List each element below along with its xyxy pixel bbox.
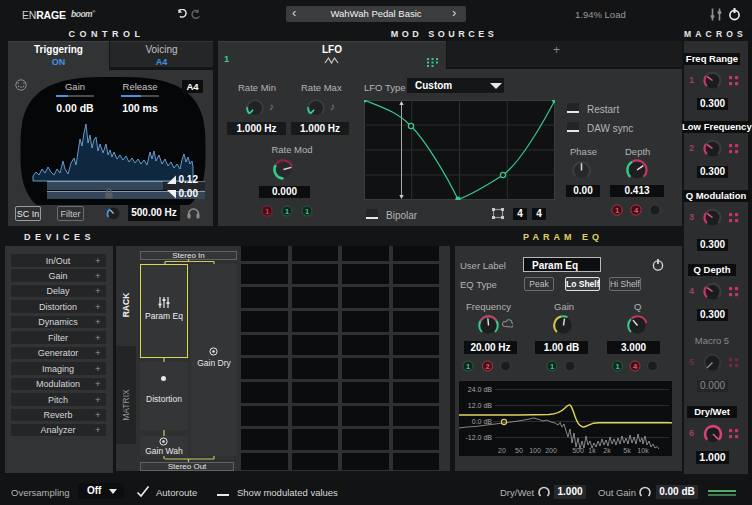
- svg-text:1: 1: [285, 207, 289, 216]
- svg-text:50: 50: [515, 447, 523, 454]
- svg-text:-12.0 dB: -12.0 dB: [466, 434, 493, 441]
- svg-text:24.0 dB: 24.0 dB: [468, 386, 492, 393]
- svg-text:1: 1: [615, 362, 619, 371]
- svg-text:10k: 10k: [637, 447, 649, 454]
- svg-text:20: 20: [498, 447, 506, 454]
- svg-text:0.0 dB: 0.0 dB: [472, 418, 493, 425]
- svg-text:1: 1: [550, 362, 554, 371]
- svg-text:12.0 dB: 12.0 dB: [468, 402, 492, 409]
- svg-text:2: 2: [485, 362, 489, 371]
- svg-text:5k: 5k: [623, 447, 631, 454]
- svg-text:500: 500: [572, 447, 584, 454]
- svg-text:1: 1: [305, 207, 309, 216]
- svg-text:2k: 2k: [603, 447, 611, 454]
- svg-text:1: 1: [466, 362, 470, 371]
- svg-text:100: 100: [529, 447, 541, 454]
- svg-text:1: 1: [615, 206, 619, 215]
- svg-text:200: 200: [545, 447, 557, 454]
- svg-text:1: 1: [265, 207, 269, 216]
- svg-text:1k: 1k: [588, 447, 596, 454]
